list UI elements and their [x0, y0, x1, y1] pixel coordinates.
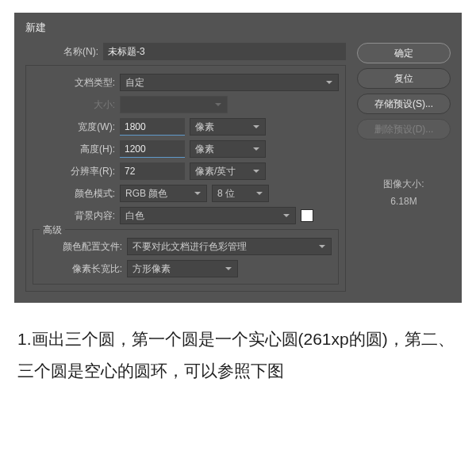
ok-button[interactable]: 确定: [357, 43, 451, 63]
image-size-value: 6.18M: [357, 193, 451, 211]
bg-select[interactable]: 白色: [120, 207, 296, 224]
resolution-unit-select[interactable]: 像素/英寸: [190, 162, 266, 180]
reset-button[interactable]: 复位: [357, 68, 451, 89]
profile-label: 颜色配置文件:: [40, 240, 122, 254]
resolution-input[interactable]: [120, 162, 185, 180]
size-select: [120, 96, 228, 113]
main-fieldset: 文档类型: 自定 大小: 宽度(W): 像素 高度(H): 像素: [25, 65, 346, 292]
delete-preset-button: 删除预设(D)...: [357, 119, 451, 140]
form-area: 名称(N): 文档类型: 自定 大小: 宽度(W): 像素 高: [25, 43, 346, 292]
width-unit-select[interactable]: 像素: [190, 118, 266, 136]
height-unit-select[interactable]: 像素: [190, 140, 266, 158]
width-input[interactable]: [120, 118, 185, 136]
bg-label: 背景内容:: [33, 209, 115, 223]
advanced-legend: 高级: [40, 224, 65, 237]
image-size-label: 图像大小:: [357, 176, 451, 193]
width-label: 宽度(W):: [33, 120, 115, 134]
doctype-label: 文档类型:: [33, 76, 115, 90]
color-profile-select[interactable]: 不要对此文档进行色彩管理: [127, 238, 332, 255]
watermark: 思缘设计论坛 WWW.MISSYUAN.COM: [312, 0, 471, 1]
button-column: 确定 复位 存储预设(S)... 删除预设(D)... 图像大小: 6.18M: [357, 43, 451, 292]
advanced-fieldset: 高级 颜色配置文件: 不要对此文档进行色彩管理 像素长宽比: 方形像素: [33, 229, 339, 285]
resolution-label: 分辨率(R):: [33, 165, 115, 178]
color-mode-select[interactable]: RGB 颜色: [120, 185, 207, 202]
size-label: 大小:: [33, 98, 115, 112]
height-input[interactable]: [120, 140, 185, 158]
height-label: 高度(H):: [33, 143, 115, 156]
doctype-select[interactable]: 自定: [120, 74, 339, 91]
name-input[interactable]: [103, 43, 346, 60]
bit-depth-select[interactable]: 8 位: [212, 185, 269, 202]
save-preset-button[interactable]: 存储预设(S)...: [357, 94, 451, 114]
aspect-label: 像素长宽比:: [40, 262, 122, 276]
name-label: 名称(N):: [25, 45, 98, 59]
dialog-title: 新建: [25, 21, 451, 35]
image-size-display: 图像大小: 6.18M: [357, 176, 451, 210]
instructions-text: 1.画出三个圆，第一个圆是一个实心圆(261xp的圆)，第二、三个圆是空心的圆环…: [17, 323, 459, 387]
color-mode-label: 颜色模式:: [33, 187, 115, 201]
bg-swatch[interactable]: [301, 209, 313, 222]
pixel-aspect-select[interactable]: 方形像素: [127, 260, 238, 277]
new-document-dialog: 新建 名称(N): 文档类型: 自定 大小: 宽度(W): 像素: [14, 13, 462, 303]
